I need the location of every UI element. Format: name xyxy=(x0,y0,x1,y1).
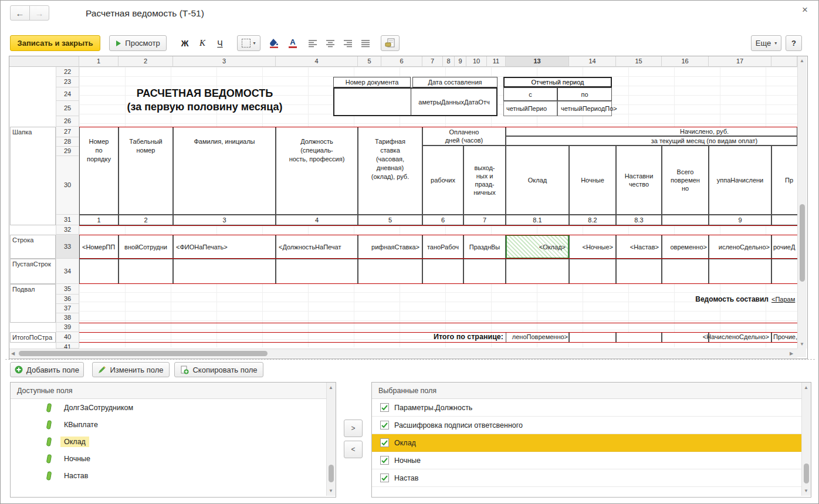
row-header-39[interactable]: 39 xyxy=(56,323,79,332)
h-scrollbar[interactable]: ◀ ▶ xyxy=(9,349,797,358)
row-header-30[interactable]: 30 xyxy=(56,156,79,215)
italic-button[interactable]: К xyxy=(195,35,209,51)
numbering-cell[interactable] xyxy=(662,215,709,225)
checkbox-checked-icon[interactable] xyxy=(380,438,389,447)
bold-button[interactable]: Ж xyxy=(178,35,192,51)
scroll-up-icon[interactable]: ▲ xyxy=(804,385,808,391)
row-header-31[interactable]: 31 xyxy=(56,215,79,225)
available-scrollbar[interactable]: ▲ ▼ xyxy=(326,383,336,496)
row-header-34[interactable]: 34 xyxy=(56,259,79,284)
forward-button[interactable]: → xyxy=(29,5,49,21)
scroll-thumb[interactable] xyxy=(804,464,809,483)
col-header-1[interactable]: 1 xyxy=(79,56,119,67)
col-header-13-selected[interactable]: 13 xyxy=(506,56,569,67)
head-cell-group-accrual[interactable]: уппаНачислени xyxy=(709,146,771,215)
list-item[interactable]: Настав xyxy=(11,467,326,484)
align-left-button[interactable] xyxy=(306,35,320,51)
head-cell-position[interactable]: Должность (специаль- ность, профессия) xyxy=(276,127,358,215)
totals-label[interactable]: Итого по странице: xyxy=(273,332,503,343)
row34-cell[interactable] xyxy=(709,259,771,284)
list-item[interactable]: ДолгЗаСотрудником xyxy=(11,399,326,416)
row34-cell[interactable] xyxy=(506,259,569,284)
col-header-partial[interactable] xyxy=(771,56,797,67)
numbering-cell[interactable]: 8.3 xyxy=(616,215,662,225)
period-to-header-cell[interactable]: по xyxy=(557,87,612,101)
checkbox-checked-icon[interactable] xyxy=(380,421,389,429)
row-header-22[interactable]: 22 xyxy=(56,67,79,77)
edit-field-button[interactable]: Изменить поле xyxy=(92,362,170,377)
list-item[interactable]: Расшифровка подписи ответсвенного xyxy=(372,417,801,434)
numbering-cell[interactable]: 4 xyxy=(276,215,358,225)
doc-date-value-cell[interactable]: аметрыДанныхДатаОтч xyxy=(412,87,496,116)
scroll-up-icon[interactable]: ▲ xyxy=(329,385,333,391)
head-cell-workdays[interactable]: рабочих xyxy=(422,146,463,215)
sheet-corner[interactable] xyxy=(9,56,79,67)
align-center-button[interactable] xyxy=(323,35,337,51)
doc-date-header-cell[interactable]: Дата составления xyxy=(412,77,498,87)
list-item[interactable]: Параметры.Должность xyxy=(372,399,801,417)
section-page-total-label[interactable]: ИтогоПоСтра xyxy=(10,332,56,343)
totals-piece-value[interactable]: <НачисленоСдельно> xyxy=(620,332,769,343)
row33-cell-total-time[interactable]: овременно> xyxy=(662,235,709,259)
head-cell-num-order[interactable]: Номер по порядку xyxy=(79,127,119,215)
col-header-4[interactable]: 4 xyxy=(276,56,358,67)
scroll-left-icon[interactable]: ◀ xyxy=(11,351,15,357)
col-header-10[interactable]: 10 xyxy=(466,56,487,67)
row33-cell-position[interactable]: <ДолжностьНаПечат xyxy=(276,235,358,259)
scroll-down-icon[interactable]: ▼ xyxy=(329,488,333,494)
row34-cell[interactable] xyxy=(662,259,709,284)
font-color-button[interactable]: A xyxy=(285,35,300,51)
footer-made-by-label[interactable]: Ведомость составил xyxy=(508,295,769,304)
head-cell-fio[interactable]: Фамилия, инициалы xyxy=(173,127,276,215)
borders-dropdown-button[interactable]: ▾ xyxy=(237,35,260,51)
totals-cell[interactable] xyxy=(569,332,616,343)
totals-time-value[interactable]: леноПовременно> xyxy=(506,332,568,343)
add-field-button[interactable]: Добавить поле xyxy=(10,362,84,377)
row-header-35[interactable]: 35 xyxy=(56,284,79,295)
period-from-value-cell[interactable]: четныйПерио xyxy=(503,101,557,116)
row34-cell[interactable] xyxy=(79,259,119,284)
head-cell-accrued-group[interactable]: Начислено, руб. xyxy=(506,127,797,136)
preview-button[interactable]: Просмотр xyxy=(109,35,167,51)
checkbox-checked-icon[interactable] xyxy=(380,456,389,465)
row33-cell-weekend[interactable]: ПразднВы xyxy=(463,235,506,259)
head-cell-rate[interactable]: Тарифная ставка (часовая, дневная) (окла… xyxy=(358,127,422,215)
numbering-cell[interactable]: 6 xyxy=(422,215,463,225)
back-button[interactable]: ← xyxy=(10,5,30,21)
head-cell-tab-num[interactable]: Табельный номер xyxy=(119,127,173,215)
row34-cell[interactable] xyxy=(569,259,616,284)
row33-cell-tabnum[interactable]: внойСотрудни xyxy=(119,235,173,259)
head-cell-mentor[interactable]: Наставни чество xyxy=(616,146,662,215)
row-header-40[interactable]: 40 xyxy=(56,332,79,343)
row-header-33-selected[interactable]: 33 xyxy=(56,235,79,259)
close-icon[interactable]: × xyxy=(802,4,808,16)
row-header-36[interactable]: 36 xyxy=(56,295,79,304)
row33-cell-num[interactable]: <НомерПП xyxy=(79,235,119,259)
more-button[interactable]: Еще ▾ xyxy=(751,35,781,51)
col-header-9[interactable]: 9 xyxy=(455,56,466,67)
checkbox-checked-icon[interactable] xyxy=(380,403,389,412)
row33-cell-rate[interactable]: рифнаяСтавка> xyxy=(358,235,422,259)
list-item-selected[interactable]: Оклад xyxy=(11,433,326,450)
align-right-button[interactable] xyxy=(341,35,355,51)
report-period-header-cell[interactable]: Отчетный период xyxy=(503,77,612,87)
row-header-37[interactable]: 37 xyxy=(56,304,79,313)
selected-scrollbar[interactable]: ▲ ▼ xyxy=(801,383,811,496)
numbering-cell[interactable]: 1 xyxy=(79,215,119,225)
v-scrollbar[interactable]: ▲ ▼ xyxy=(797,56,807,349)
col-header-17[interactable]: 17 xyxy=(709,56,771,67)
scroll-thumb[interactable] xyxy=(329,465,334,482)
col-header-11[interactable]: 11 xyxy=(487,56,506,67)
list-item[interactable]: КВыплате xyxy=(11,416,326,433)
move-to-selected-button[interactable]: > xyxy=(344,420,363,437)
col-header-2[interactable]: 2 xyxy=(119,56,173,67)
numbering-cell[interactable]: 7 xyxy=(463,215,506,225)
named-areas-button[interactable] xyxy=(381,35,400,51)
scroll-right-icon[interactable]: ▶ xyxy=(790,351,793,357)
splitter[interactable] xyxy=(5,359,815,360)
save-and-close-button[interactable]: Записать и закрыть xyxy=(10,35,100,51)
row34-cell[interactable] xyxy=(276,259,358,284)
row34-cell[interactable] xyxy=(616,259,662,284)
row33-cell-night[interactable]: <Ночные> xyxy=(569,235,616,259)
section-empty-row-label[interactable]: ПустаяСтрок xyxy=(10,259,56,284)
